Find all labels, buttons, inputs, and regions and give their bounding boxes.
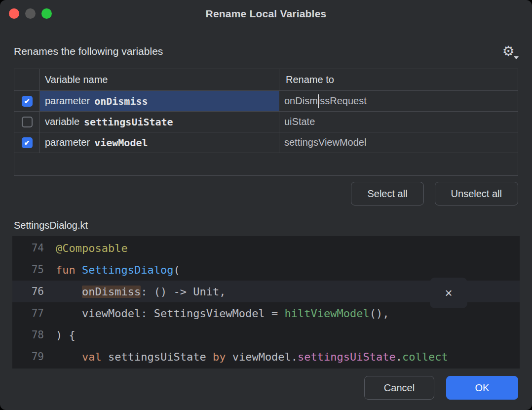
variable-name-label: onDismiss bbox=[94, 95, 148, 107]
code-token: hiltViewModel bbox=[285, 307, 370, 320]
traffic-lights bbox=[9, 8, 52, 19]
code-token: ( bbox=[173, 264, 180, 276]
code-preview[interactable]: 74@Composable75fun SettingsDialog(76 onD… bbox=[12, 236, 520, 369]
line-number: 75 bbox=[12, 264, 56, 276]
table-header-row: Variable name Rename to bbox=[14, 69, 518, 91]
variable-kind-label: variable bbox=[45, 116, 79, 127]
rename-value: settingsViewModel bbox=[284, 137, 366, 148]
select-all-button[interactable]: Select all bbox=[351, 182, 423, 205]
column-header-rename-to: Rename to bbox=[279, 69, 518, 90]
variable-name-label: viewModel bbox=[94, 137, 148, 149]
table-empty-area bbox=[14, 153, 518, 175]
zoom-window-button[interactable] bbox=[41, 8, 52, 19]
code-line: 78) { bbox=[12, 324, 520, 346]
rename-local-variables-dialog: Rename Local Variables Renames the follo… bbox=[0, 0, 532, 410]
chevron-down-icon bbox=[514, 56, 519, 59]
line-number: 77 bbox=[12, 307, 56, 319]
minimize-window-button[interactable] bbox=[25, 8, 36, 19]
code-line: 74@Composable bbox=[12, 237, 520, 259]
code-token: @Composable bbox=[56, 242, 128, 254]
close-preview-button[interactable]: × bbox=[430, 278, 467, 308]
line-number: 78 bbox=[12, 329, 56, 341]
code-token bbox=[56, 351, 82, 363]
code-token: settingsUiState bbox=[102, 351, 213, 363]
code-token: fun bbox=[56, 264, 82, 276]
checkbox-column-header bbox=[14, 69, 40, 90]
window-title: Rename Local Variables bbox=[206, 8, 327, 20]
row-checkbox[interactable]: ✔ bbox=[22, 96, 33, 107]
code-token: viewModel: SettingsViewModel = bbox=[56, 307, 285, 320]
code-token: (), bbox=[370, 307, 389, 320]
code-line: 79 val settingsUiState by viewModel.sett… bbox=[12, 346, 520, 368]
code-token: SettingsDialog bbox=[82, 264, 173, 276]
code-token: viewModel. bbox=[226, 351, 298, 363]
settings-gear-button[interactable]: ⚙ bbox=[498, 43, 518, 60]
table-row: variable settingsUiState uiState bbox=[14, 112, 518, 132]
rename-to-cell[interactable]: uiState bbox=[279, 112, 518, 132]
variable-name-cell[interactable]: parameter onDismiss bbox=[40, 91, 279, 111]
rename-to-cell[interactable]: onDismissRequest bbox=[279, 91, 518, 111]
line-number: 79 bbox=[12, 351, 56, 363]
rename-value: onDismissRequest bbox=[284, 95, 367, 107]
text-caret bbox=[318, 94, 319, 108]
file-name-label: SettingsDialog.kt bbox=[14, 220, 518, 233]
row-checkbox[interactable] bbox=[22, 117, 33, 127]
row-checkbox[interactable]: ✔ bbox=[22, 137, 33, 148]
code-token: . bbox=[396, 351, 402, 363]
variables-table: Variable name Rename to ✔ parameter onDi… bbox=[14, 69, 518, 176]
code-token: : () -> Unit, bbox=[141, 286, 226, 298]
table-row: ✔ parameter viewModel settingsViewModel bbox=[14, 132, 518, 153]
close-icon: × bbox=[445, 286, 452, 301]
variable-name-label: settingsUiState bbox=[84, 116, 173, 128]
code-token: collect bbox=[402, 351, 448, 363]
code-token: onDismiss bbox=[82, 286, 141, 298]
rename-value: uiState bbox=[284, 116, 315, 127]
dialog-description: Renames the following variables bbox=[14, 45, 163, 57]
unselect-all-button[interactable]: Unselect all bbox=[435, 182, 518, 205]
code-token: settingsUiState bbox=[298, 351, 396, 363]
table-row: ✔ parameter onDismiss onDismissRequest bbox=[14, 91, 518, 112]
code-token: val bbox=[82, 351, 102, 363]
gear-icon: ⚙ bbox=[502, 44, 514, 58]
close-window-button[interactable] bbox=[9, 8, 19, 19]
rename-to-cell[interactable]: settingsViewModel bbox=[279, 132, 518, 153]
code-token: ) { bbox=[56, 329, 76, 341]
variable-name-cell[interactable]: parameter viewModel bbox=[40, 132, 279, 153]
cancel-button[interactable]: Cancel bbox=[364, 376, 434, 400]
code-token bbox=[56, 286, 82, 298]
variable-kind-label: parameter bbox=[45, 137, 90, 148]
ok-button[interactable]: OK bbox=[446, 376, 518, 400]
titlebar: Rename Local Variables bbox=[0, 0, 532, 28]
variable-name-cell[interactable]: variable settingsUiState bbox=[40, 112, 279, 132]
variable-kind-label: parameter bbox=[45, 95, 90, 107]
dialog-content: Renames the following variables ⚙ Variab… bbox=[0, 43, 532, 400]
code-token: by bbox=[213, 351, 226, 363]
column-header-variable-name: Variable name bbox=[40, 69, 279, 90]
line-number: 76 bbox=[12, 286, 56, 297]
line-number: 74 bbox=[12, 242, 56, 254]
